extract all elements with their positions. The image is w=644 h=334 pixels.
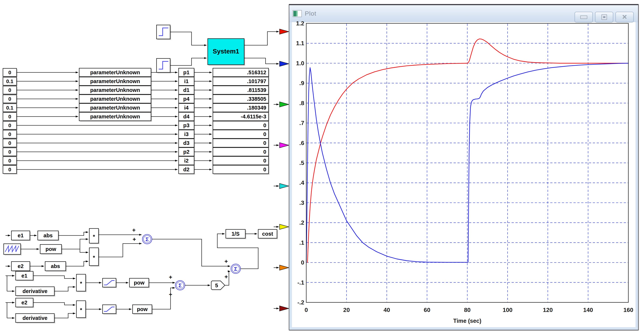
port-blue[interactable] <box>280 61 289 66</box>
block-step-source-1[interactable] <box>156 25 170 39</box>
block-diagram: System10parameterUnknownp1.5163120.1para… <box>0 0 289 334</box>
port-red[interactable] <box>280 29 289 34</box>
block-const-p4-label: 0 <box>8 96 11 102</box>
ytick-1.1: 1.1 <box>296 40 304 46</box>
block-value-d1-label: .811539 <box>247 87 266 93</box>
xtick-80: 80 <box>464 307 471 313</box>
block-cost-label: cost <box>262 231 273 237</box>
block-const-d4-label: 0 <box>8 114 11 120</box>
xtick-0: 0 <box>304 307 308 313</box>
block-value-p1-label: .516312 <box>247 69 266 75</box>
block-const-p3-label: 0 <box>8 123 11 128</box>
block-label-p3-label: p3 <box>183 122 190 128</box>
block-e1-abs-label: e1 <box>18 233 24 238</box>
block-value-p2[interactable] <box>213 148 268 156</box>
block-parameterunknown-d1-label: parameterUnknown <box>90 87 140 93</box>
block-abs-1-label: abs <box>44 233 53 238</box>
block-pow-2-label: pow <box>137 306 148 312</box>
block-value-p3-label: 0 <box>263 122 266 128</box>
block-value-p3[interactable] <box>213 121 268 130</box>
ytick--.1: -.1 <box>298 279 304 286</box>
block-const-i3-label: 0 <box>8 132 11 137</box>
ytick-.1: .1 <box>299 239 304 246</box>
port-magenta[interactable] <box>280 143 289 148</box>
block-parameterunknown-i4-label: parameterUnknown <box>90 105 140 111</box>
block-e1-deriv-label: e1 <box>21 273 27 279</box>
block-system1-label: System1 <box>213 48 239 55</box>
block-label-i3-label: i3 <box>184 131 188 137</box>
block-value-d2[interactable] <box>213 165 268 174</box>
plot-canvas[interactable]: 1.21.11.0.9.8.7.6.5.4.3.2.10-.1-.2020406… <box>289 5 638 330</box>
block-value-p4-label: .338505 <box>247 96 266 102</box>
wire-mult2-sum1 <box>98 244 142 257</box>
block-const-p2-label: 0 <box>8 149 11 155</box>
xtick-120: 120 <box>543 307 553 313</box>
block-label-p4-label: p4 <box>183 96 190 102</box>
ytick-.3: .3 <box>299 199 304 206</box>
block-pow-1-label: pow <box>134 280 144 286</box>
block-label-d4-label: d4 <box>183 114 190 120</box>
xtick-140: 140 <box>583 307 593 313</box>
plot-window: Plot ✕ 1.21.11.0.9.8.7.6.5.4.3.2.10-.1-.… <box>289 4 639 330</box>
block-value-d3-label: 0 <box>263 140 266 146</box>
xtick-100: 100 <box>502 307 512 313</box>
workspace: System10parameterUnknownp1.5163120.1para… <box>0 0 644 334</box>
block-value-i4-label: .180349 <box>247 105 266 111</box>
block-value-i2[interactable] <box>213 157 268 165</box>
ytick-.9: .9 <box>299 80 304 86</box>
block-const-p1-label: 0 <box>8 70 11 75</box>
block-derivative-2-label: derivative <box>22 315 47 321</box>
plus-sign: + <box>169 274 172 280</box>
block-parameterunknown-p1-label: parameterUnknown <box>90 69 140 75</box>
block-e2-deriv-label: e2 <box>21 300 27 306</box>
port-green[interactable] <box>280 102 289 107</box>
xtick-20: 20 <box>343 307 350 313</box>
wire-abs2-mult2 <box>66 261 88 266</box>
ytick-.7: .7 <box>299 120 304 126</box>
block-value-p2-label: 0 <box>263 149 266 155</box>
wire-abs1-mult1 <box>58 232 88 235</box>
block-label-p2-label: p2 <box>183 149 190 155</box>
plus-sign: + <box>132 227 136 233</box>
ytick-1.2: 1.2 <box>296 20 304 27</box>
block-label-d1-label: d1 <box>183 87 190 93</box>
wire-pow-mult2 <box>80 249 88 252</box>
block-const-i1-label: 0.1 <box>6 78 14 84</box>
ytick-.2: .2 <box>299 219 304 226</box>
block-value-i3-label: 0 <box>263 131 266 137</box>
block-e2-abs-label: e2 <box>18 263 24 269</box>
block-label-p1-label: p1 <box>183 69 190 75</box>
block-value-d3[interactable] <box>213 139 268 147</box>
port-cyan[interactable] <box>280 183 289 189</box>
wire-deriv1-mult3 <box>54 287 75 291</box>
block-value-i3[interactable] <box>213 130 268 138</box>
sum-3-sigma: Σ <box>178 282 182 288</box>
sum-2-sigma: Σ <box>234 266 238 272</box>
plus-sign: + <box>224 273 228 280</box>
plus-sign: + <box>224 258 228 265</box>
block-value-i1-label: .101797 <box>247 78 266 84</box>
ytick-1.0: 1.0 <box>296 60 304 67</box>
block-label-d2-label: d2 <box>183 167 190 172</box>
xtick-160: 160 <box>623 307 633 313</box>
block-const-i4-label: 0.1 <box>6 105 14 111</box>
wire-system1-out2 <box>244 58 279 64</box>
wire-step1-system1 <box>170 32 207 45</box>
block-const-i2-label: 0 <box>8 158 11 164</box>
block-pow-weight-label: pow <box>46 246 56 252</box>
wire-deriv2-mult4 <box>54 314 75 318</box>
block-step-source-2[interactable] <box>156 58 170 72</box>
port-orange[interactable] <box>280 265 289 270</box>
port-darkred[interactable] <box>280 306 289 311</box>
ytick-.4: .4 <box>299 179 304 186</box>
wire-system1-out1 <box>244 32 279 45</box>
block-parameterunknown-d4-label: parameterUnknown <box>90 114 140 120</box>
block-gain-5-label: 5 <box>215 283 218 288</box>
x-axis-label: Time (sec) <box>453 318 482 324</box>
block-mult-2-label: * <box>93 254 95 260</box>
port-yellow[interactable] <box>280 224 289 229</box>
ytick--.2: -.2 <box>298 299 304 306</box>
block-const-d2-label: 0 <box>8 167 11 172</box>
block-integrator-label: 1/S <box>232 231 240 237</box>
block-mult-4-label: * <box>80 307 82 313</box>
